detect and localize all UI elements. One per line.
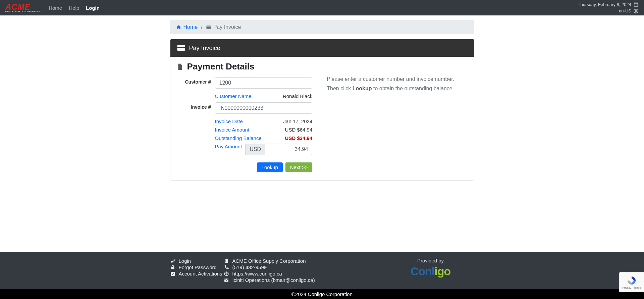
footer-forgot-label: Forgot Password	[179, 264, 217, 270]
svg-rect-13	[225, 261, 226, 261]
footer-login[interactable]: Login	[170, 258, 224, 264]
next-button[interactable]: Next >>	[285, 162, 313, 172]
footer-email-label: Iciniti Operations (bmair@conligo.ca)	[232, 277, 315, 283]
footer-url[interactable]: https://www.conligo.ca	[224, 270, 387, 277]
provider-logo-part2: igo	[434, 265, 450, 278]
provider-logo[interactable]: Conligo	[411, 265, 451, 278]
label-customer-no: Customer #	[176, 77, 215, 85]
subfooter: ©2024 Conligo Corporation	[0, 289, 644, 299]
svg-rect-6	[171, 267, 174, 269]
svg-rect-4	[177, 47, 185, 48]
breadcrumb-separator: /	[201, 24, 202, 30]
recaptcha-badge[interactable]: Privacy - Terms	[619, 272, 644, 292]
footer-activations-label: Account Activations	[179, 271, 222, 277]
label-pay-amount[interactable]: Pay Amount	[215, 144, 242, 155]
nav-home[interactable]: Home	[49, 5, 62, 11]
recaptcha-terms[interactable]: Terms	[634, 286, 641, 289]
nav-help[interactable]: Help	[69, 5, 79, 11]
payment-form: Payment Details Customer # Customer Name…	[176, 61, 319, 172]
lock-icon	[170, 265, 175, 270]
nav-links: Home Help Login	[49, 5, 100, 11]
pay-invoice-card: Pay Invoice Payment Details Customer # C…	[170, 39, 474, 181]
value-customer-name: Ronald Black	[283, 93, 312, 99]
svg-rect-12	[227, 260, 227, 261]
globe-icon	[224, 271, 229, 277]
row-outstanding: Outstanding Balance USD $34.94	[215, 133, 313, 142]
footer-company: ACME Office Supply Corporation	[224, 258, 387, 264]
navbar-right: Thursday, February 8, 2024 en-US	[578, 1, 639, 14]
card-title: Pay Invoice	[189, 45, 220, 52]
globe-icon[interactable]	[633, 8, 639, 14]
breadcrumb-home-label: Home	[183, 24, 198, 30]
footer-email[interactable]: Iciniti Operations (bmair@conligo.ca)	[224, 277, 387, 283]
help-line-2: Then click Lookup to obtain the outstand…	[327, 86, 468, 92]
brand-logo[interactable]: ACME OFFICE SUPPLY CORPORATION	[5, 3, 41, 12]
footer-col-account: Login Forgot Password Account Activation…	[170, 258, 224, 283]
card-header: Pay Invoice	[170, 39, 474, 57]
invoice-no-input[interactable]	[215, 102, 313, 114]
value-invoice-date: Jan 17, 2024	[283, 118, 313, 124]
currency-prefix: USD	[245, 144, 265, 155]
nav-login[interactable]: Login	[86, 5, 100, 11]
footer-company-label: ACME Office Supply Corporation	[232, 258, 306, 264]
help-line-2c: to obtain the outstanding balance.	[372, 86, 454, 91]
calendar-icon	[633, 2, 639, 7]
header-locale[interactable]: en-US	[619, 8, 631, 14]
row-pay-amount: Pay Amount USD	[215, 142, 313, 156]
footer-login-label: Login	[179, 258, 191, 264]
svg-rect-10	[227, 259, 227, 260]
value-outstanding: USD $34.94	[285, 135, 313, 141]
help-line-2b: Lookup	[353, 86, 372, 91]
header-date: Thursday, February 8, 2024	[578, 1, 631, 8]
key-icon	[170, 258, 175, 264]
copyright: ©2024 Conligo Corporation	[291, 291, 353, 297]
check-square-icon	[170, 271, 175, 277]
value-invoice-amount: USD $64.94	[285, 127, 313, 133]
card-body: Payment Details Customer # Customer Name…	[170, 57, 474, 180]
page-container: Home / Pay Invoice Pay Invoice Payment D…	[170, 20, 474, 238]
label-invoice-date[interactable]: Invoice Date	[215, 118, 243, 124]
row-invoice-date: Invoice Date Jan 17, 2024	[215, 116, 313, 125]
document-icon	[176, 63, 184, 70]
label-invoice-amount[interactable]: Invoice Amount	[215, 127, 250, 133]
row-invoice-no: Invoice #	[176, 102, 313, 114]
breadcrumb-home[interactable]: Home	[176, 24, 198, 30]
building-icon	[224, 258, 229, 264]
help-line-1: Please enter a customer number and invoi…	[327, 76, 468, 82]
svg-rect-11	[225, 260, 226, 261]
svg-rect-9	[225, 259, 226, 260]
row-customer-name: Customer Name Ronald Black	[215, 91, 313, 100]
footer-phone[interactable]: (519) 432-9599	[224, 264, 387, 270]
breadcrumb-current-label: Pay Invoice	[213, 24, 241, 30]
svg-rect-14	[227, 261, 227, 261]
breadcrumb: Home / Pay Invoice	[170, 20, 474, 34]
customer-no-input[interactable]	[215, 77, 313, 89]
footer-forgot-password[interactable]: Forgot Password	[170, 264, 224, 270]
recaptcha-links: Privacy - Terms	[623, 286, 641, 289]
brand-logo-text: ACME	[5, 3, 41, 11]
pay-amount-input[interactable]	[265, 144, 312, 155]
breadcrumb-current: Pay Invoice	[206, 24, 241, 30]
row-invoice-amount: Invoice Amount USD $64.94	[215, 125, 313, 133]
form-actions: Lookup Next >>	[215, 162, 313, 172]
row-customer-no: Customer #	[176, 77, 313, 89]
footer-activations[interactable]: Account Activations	[170, 270, 224, 277]
label-outstanding[interactable]: Outstanding Balance	[215, 135, 262, 141]
footer-phone-label: (519) 432-9599	[232, 264, 267, 270]
provider-logo-part1: Conl	[411, 265, 435, 278]
svg-point-5	[171, 261, 172, 262]
section-title-text: Payment Details	[187, 61, 255, 72]
footer-col-contact: ACME Office Supply Corporation (519) 432…	[224, 258, 387, 283]
svg-rect-8	[225, 259, 228, 263]
home-icon	[176, 24, 181, 30]
credit-card-icon	[206, 24, 211, 30]
footer: Login Forgot Password Account Activation…	[0, 252, 644, 289]
credit-card-icon	[176, 43, 186, 53]
footer-col-provider: Provided by Conligo	[387, 258, 474, 283]
label-customer-name[interactable]: Customer Name	[215, 93, 252, 99]
lookup-button[interactable]: Lookup	[257, 162, 283, 172]
phone-icon	[224, 265, 229, 270]
provided-by-label: Provided by	[387, 258, 474, 263]
brand-logo-subtext: OFFICE SUPPLY CORPORATION	[5, 10, 41, 12]
recaptcha-privacy[interactable]: Privacy	[623, 286, 631, 289]
